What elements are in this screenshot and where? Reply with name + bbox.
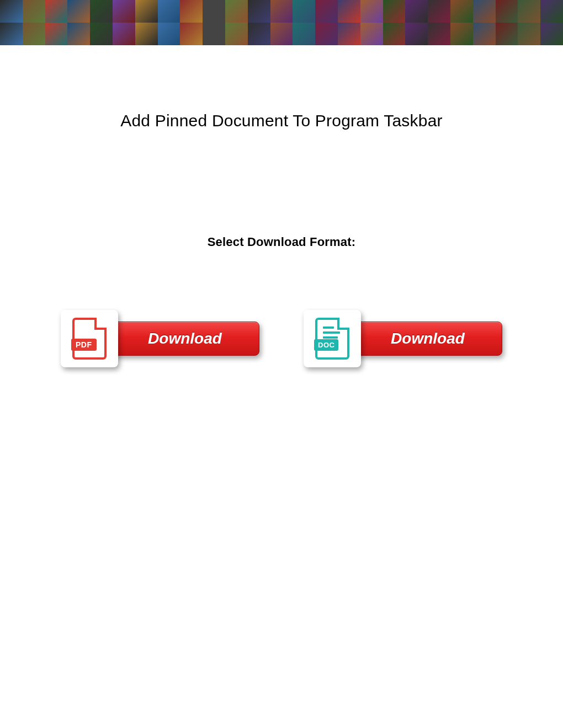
banner-tile [496,23,518,45]
banner-tile [383,23,406,45]
banner-tile [518,0,540,23]
banner-tile [473,23,496,45]
banner-tile [67,23,90,45]
banner-tile [315,0,338,23]
banner-tile [203,0,225,23]
doc-icon-label: DOC [314,339,338,351]
banner-tile [158,0,180,23]
pdf-file-icon: PDF [72,318,107,360]
download-pdf-button[interactable]: Download [110,322,259,356]
banner-tile [135,0,158,23]
header-banner [0,0,563,45]
download-doc-button[interactable]: Download [353,322,502,356]
banner-tile [23,23,45,45]
banner-tile [180,23,203,45]
banner-tile [225,23,248,45]
banner-tile [45,0,68,23]
pdf-icon-card: PDF [61,310,118,367]
download-pdf-button-label: Download [148,330,222,347]
download-row: PDF Download DOC Download [0,310,563,367]
banner-tile [405,23,428,45]
download-doc-button-label: Download [391,330,465,347]
banner-tile [113,0,135,23]
banner-tile [225,0,248,23]
banner-tile [383,0,406,23]
banner-tile [67,0,90,23]
banner-tile [450,0,473,23]
banner-tile [338,0,360,23]
banner-tile [473,0,496,23]
format-subtitle: Select Download Format: [0,235,563,249]
banner-tile [203,23,225,45]
banner-tile [113,23,135,45]
banner-tile [450,23,473,45]
banner-tile [248,0,270,23]
banner-tile [45,23,68,45]
banner-tile [158,23,180,45]
banner-tile [270,0,293,23]
banner-tile [428,23,450,45]
banner-tile [540,0,563,23]
banner-tile [180,0,203,23]
banner-tile [135,23,158,45]
banner-tile [293,0,315,23]
download-pdf-block: PDF Download [61,310,259,367]
banner-tile [338,23,360,45]
page-title: Add Pinned Document To Program Taskbar [0,111,563,130]
banner-tile [293,23,315,45]
banner-tile [496,0,518,23]
banner-tile [518,23,540,45]
banner-tile [0,0,23,23]
banner-tile [540,23,563,45]
doc-file-icon: DOC [315,318,349,360]
banner-tile [270,23,293,45]
banner-tile [90,23,113,45]
banner-tile [23,0,45,23]
banner-tile [90,0,113,23]
pdf-icon-label: PDF [71,339,97,351]
banner-tile [360,0,383,23]
banner-tile [248,23,270,45]
banner-tile [360,23,383,45]
banner-tile [405,0,428,23]
banner-tile [315,23,338,45]
banner-tile [0,23,23,45]
download-doc-block: DOC Download [304,310,502,367]
banner-tile [428,0,450,23]
doc-icon-card: DOC [304,310,361,367]
